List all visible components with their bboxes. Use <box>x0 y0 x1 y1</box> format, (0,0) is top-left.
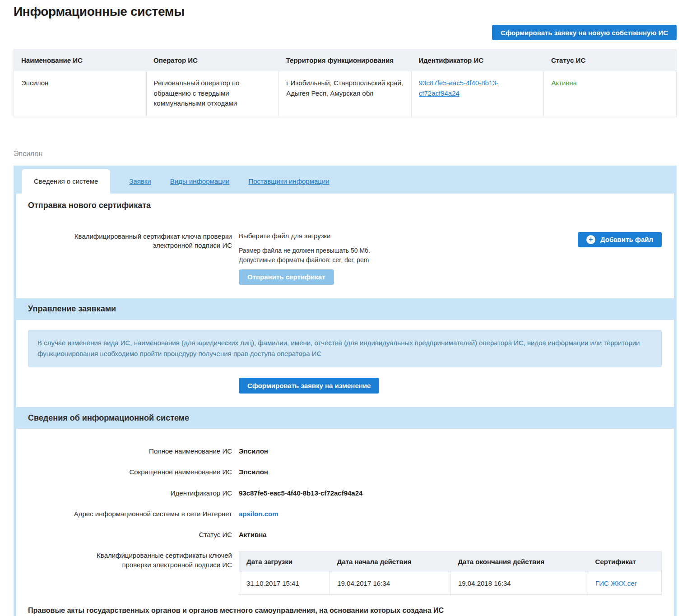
field-label: Адрес информационной системы в сети Инте… <box>28 509 232 519</box>
certificate-upload-form-row: Квалифицированный сертификат ключа прове… <box>28 232 662 285</box>
certificate-upload-heading: Отправка нового сертификата <box>28 201 662 210</box>
cert-column-valid-to: Дата окончания действия <box>450 551 588 572</box>
cert-column-valid-from: Дата начала действия <box>330 551 451 572</box>
field-value: apsilon.com <box>239 509 279 519</box>
tab-system-details[interactable]: Сведения о системе <box>22 169 110 194</box>
system-information-heading: Сведения об информационной системе <box>16 407 674 429</box>
cell-system-name: Эпсилон <box>14 71 147 117</box>
requests-management-heading: Управление заявками <box>16 298 674 320</box>
cell-system-territory: г Изобильный, Ставропольский край, Адыге… <box>279 71 412 117</box>
certificate-field-label: Квалифицированный сертификат ключа прове… <box>28 232 232 285</box>
cell-system-identifier: 93c87fe5-eac5-4f40-8b13-cf72acf94a24 <box>411 71 544 117</box>
send-certificate-button[interactable]: Отправить сертификат <box>239 269 334 285</box>
certificate-row: 31.10.2017 15:41 19.04.2017 16:34 19.04.… <box>239 572 662 595</box>
create-new-system-request-button[interactable]: Сформировать заявку на новую собственную… <box>492 25 677 40</box>
cert-uploaded-date: 31.10.2017 15:41 <box>239 572 330 595</box>
certificate-field-value-column: Выберите файл для загрузки Размер файла … <box>239 232 578 285</box>
field-value: Эпсилон <box>239 447 268 456</box>
cert-file-cell: ГИС ЖКХ.cer <box>588 572 662 595</box>
table-row: Эпсилон Региональный оператор по обращен… <box>14 71 677 117</box>
tab-requests[interactable]: Заявки <box>129 177 151 185</box>
cert-valid-from-date: 19.04.2017 16:34 <box>330 572 451 595</box>
field-row-identifier: Идентификатор ИС 93c87fe5-eac5-4f40-8b13… <box>28 489 662 498</box>
systems-table-head: Наименование ИС Оператор ИС Территория ф… <box>14 50 677 71</box>
system-identifier-link[interactable]: 93c87fe5-eac5-4f40-8b13-cf72acf94a24 <box>419 79 499 97</box>
field-row-full-name: Полное наименование ИС Эпсилон <box>28 447 662 456</box>
change-request-row: Сформировать заявку на изменение <box>239 378 662 394</box>
certificate-file-link[interactable]: ГИС ЖКХ.cer <box>595 579 637 587</box>
legal-acts-heading: Правовые акты государственных органов и … <box>28 607 662 615</box>
column-header-operator: Оператор ИС <box>146 50 279 71</box>
column-header-name: Наименование ИС <box>14 50 147 71</box>
systems-table: Наименование ИС Оператор ИС Территория ф… <box>14 49 677 117</box>
page-title: Информационные системы <box>14 5 677 19</box>
column-header-territory: Территория функционирования <box>279 50 412 71</box>
file-formats-hint: Допустимые форматы файлов: cer, der, pem <box>239 256 578 264</box>
system-details-panel: Отправка нового сертификата Квалифициров… <box>14 194 677 616</box>
system-site-link[interactable]: apsilon.com <box>239 510 279 518</box>
tabs-bar: Сведения о системе Заявки Виды информаци… <box>14 166 677 194</box>
cell-system-status: Активна <box>544 71 677 117</box>
system-information-fields: Полное наименование ИС Эпсилон Сокращенн… <box>28 447 662 595</box>
certificates-table: Дата загрузки Дата начала действия Дата … <box>239 551 662 595</box>
cert-column-certificate: Сертификат <box>588 551 662 572</box>
choose-file-hint: Выберите файл для загрузки <box>239 232 578 240</box>
certificates-row: Квалифицированные сертификаты ключей про… <box>28 551 662 595</box>
tab-information-providers[interactable]: Поставщики информации <box>249 177 330 185</box>
cell-system-operator: Региональный оператор по обращению с тве… <box>146 71 279 117</box>
tab-information-types[interactable]: Виды информации <box>170 177 230 185</box>
add-file-button[interactable]: + Добавить файл <box>578 232 662 247</box>
create-change-request-button[interactable]: Сформировать заявку на изменение <box>239 378 379 394</box>
status-badge: Активна <box>551 79 577 87</box>
selected-system-name: Эпсилон <box>14 150 677 158</box>
field-row-internet-address: Адрес информационной системы в сети Инте… <box>28 509 662 519</box>
information-systems-page: Информационные системы Сформировать заяв… <box>0 0 687 616</box>
field-value: Эпсилон <box>239 468 268 477</box>
add-file-button-label: Добавить файл <box>600 236 653 243</box>
field-value: Активна <box>239 530 267 539</box>
file-size-hint: Размер файла не должен превышать 50 Мб. <box>239 247 578 254</box>
column-header-status: Статус ИС <box>544 50 677 71</box>
field-row-short-name: Сокращенное наименование ИС Эпсилон <box>28 468 662 477</box>
field-label: Сокращенное наименование ИС <box>28 468 232 477</box>
field-label: Полное наименование ИС <box>28 447 232 456</box>
page-actions: Сформировать заявку на новую собственную… <box>14 25 677 40</box>
certificates-list-label: Квалифицированные сертификаты ключей про… <box>28 551 232 595</box>
field-row-status: Статус ИС Активна <box>28 530 662 539</box>
cert-valid-to-date: 19.04.2018 16:34 <box>450 572 588 595</box>
field-label: Статус ИС <box>28 530 232 539</box>
column-header-identifier: Идентификатор ИС <box>411 50 544 71</box>
field-value: 93c87fe5-eac5-4f40-8b13-cf72acf94a24 <box>239 489 362 498</box>
cert-column-uploaded: Дата загрузки <box>239 551 330 572</box>
field-label: Идентификатор ИС <box>28 489 232 498</box>
change-procedure-notice: В случае изменения вида ИС, наименования… <box>28 330 662 368</box>
plus-circle-icon: + <box>586 235 595 244</box>
